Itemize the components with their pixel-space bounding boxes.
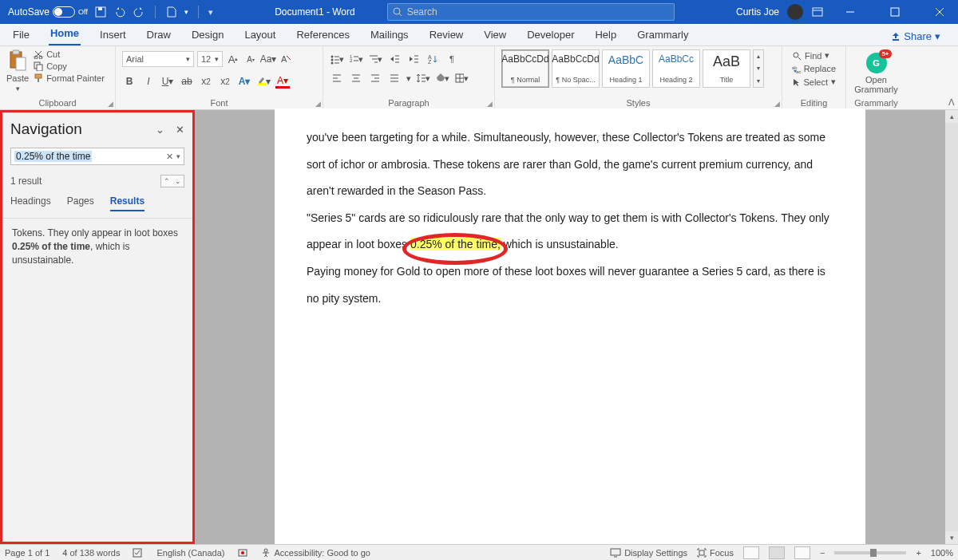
- grow-font-button[interactable]: A▴: [226, 52, 240, 66]
- superscript-button[interactable]: x2: [218, 74, 232, 89]
- style-title[interactable]: AaBTitle: [703, 49, 750, 88]
- status-macros[interactable]: [237, 548, 248, 558]
- zoom-in-button[interactable]: +: [916, 548, 920, 558]
- multilevel-button[interactable]: ▾: [368, 52, 382, 66]
- avatar[interactable]: [787, 4, 803, 20]
- tab-layout[interactable]: Layout: [243, 24, 277, 45]
- style-normal[interactable]: AaBbCcDd¶ Normal: [501, 49, 549, 88]
- bold-button[interactable]: B: [122, 74, 137, 89]
- styles-launcher[interactable]: ◢: [774, 100, 780, 108]
- nav-search-clear[interactable]: ✕: [166, 152, 173, 162]
- nav-result-item[interactable]: Tokens. They only appear in loot boxes 0…: [2, 219, 192, 274]
- nav-tab-pages[interactable]: Pages: [67, 195, 94, 211]
- style-heading1[interactable]: AaBbCHeading 1: [602, 49, 650, 88]
- tab-draw[interactable]: Draw: [145, 24, 172, 45]
- tab-review[interactable]: Review: [428, 24, 465, 45]
- subscript-button[interactable]: x2: [199, 74, 213, 89]
- nav-tab-results[interactable]: Results: [110, 195, 144, 211]
- style-nospacing[interactable]: AaBbCcDd¶ No Spac...: [552, 49, 600, 88]
- tab-file[interactable]: File: [11, 24, 31, 45]
- view-read-button[interactable]: [743, 546, 759, 559]
- status-page[interactable]: Page 1 of 1: [5, 548, 49, 558]
- text-effects-button[interactable]: A▾: [237, 74, 251, 89]
- save-icon[interactable]: [94, 6, 107, 18]
- style-heading2[interactable]: AaBbCcHeading 2: [652, 49, 700, 88]
- vertical-scrollbar[interactable]: ▴ ▾: [945, 110, 958, 544]
- focus-button[interactable]: Focus: [697, 548, 734, 558]
- status-language[interactable]: English (Canada): [156, 548, 224, 558]
- bullets-button[interactable]: ▾: [330, 52, 344, 66]
- ribbon-mode-icon[interactable]: [811, 6, 824, 18]
- line-spacing-button[interactable]: ▾: [416, 71, 430, 85]
- scroll-up-button[interactable]: ▴: [945, 110, 958, 123]
- outdent-button[interactable]: [387, 52, 402, 66]
- nav-options-button[interactable]: ⌄: [156, 124, 164, 136]
- sort-button[interactable]: AZ: [426, 52, 440, 66]
- nav-prev-button[interactable]: ⌃: [161, 175, 172, 187]
- paragraph-launcher[interactable]: ◢: [487, 100, 493, 108]
- minimize-button[interactable]: [832, 0, 869, 24]
- nav-close-button[interactable]: ✕: [176, 124, 184, 136]
- shrink-font-button[interactable]: A▾: [243, 52, 258, 66]
- font-color-button[interactable]: A▾: [275, 74, 290, 89]
- qat-customize[interactable]: ▾: [208, 7, 213, 18]
- nav-tab-headings[interactable]: Headings: [10, 195, 51, 211]
- align-right-button[interactable]: [368, 71, 382, 85]
- shading-button[interactable]: ▾: [435, 71, 449, 85]
- tab-mailings[interactable]: Mailings: [369, 24, 410, 45]
- display-settings-button[interactable]: Display Settings: [610, 548, 687, 558]
- font-launcher[interactable]: ◢: [315, 100, 321, 108]
- status-spellcheck[interactable]: [133, 548, 144, 558]
- search-input[interactable]: Search: [387, 3, 675, 21]
- italic-button[interactable]: I: [141, 74, 156, 89]
- justify-button[interactable]: [387, 71, 402, 85]
- styles-more-button[interactable]: ▴▾▾: [753, 49, 764, 88]
- copy-button[interactable]: Copy: [34, 61, 105, 71]
- tab-design[interactable]: Design: [190, 24, 225, 45]
- open-grammarly-button[interactable]: G5+ Open Grammarly: [853, 49, 900, 97]
- align-center-button[interactable]: [349, 71, 363, 85]
- tab-references[interactable]: References: [295, 24, 350, 45]
- status-accessibility[interactable]: Accessibility: Good to go: [261, 548, 370, 558]
- underline-button[interactable]: U▾: [160, 74, 175, 89]
- clear-format-button[interactable]: A: [279, 52, 293, 66]
- redo-icon[interactable]: [133, 6, 145, 18]
- indent-button[interactable]: [406, 52, 421, 66]
- document-area[interactable]: you've been targeting for a while. Simul…: [195, 110, 945, 544]
- close-button[interactable]: [921, 0, 958, 24]
- nav-next-button[interactable]: ⌄: [172, 175, 184, 187]
- paste-button[interactable]: Paste ▾: [6, 49, 29, 93]
- zoom-out-button[interactable]: −: [820, 548, 825, 558]
- change-case-button[interactable]: Aa▾: [261, 52, 275, 66]
- pilcrow-button[interactable]: ¶: [445, 52, 459, 66]
- zoom-slider[interactable]: [834, 551, 906, 554]
- tab-grammarly[interactable]: Grammarly: [635, 24, 690, 45]
- tab-view[interactable]: View: [482, 24, 508, 45]
- tab-developer[interactable]: Developer: [525, 24, 576, 45]
- clipboard-launcher[interactable]: ◢: [108, 100, 113, 108]
- font-name-combo[interactable]: Arial▾: [122, 51, 194, 67]
- format-painter-button[interactable]: Format Painter: [34, 73, 105, 83]
- share-button[interactable]: Share ▾: [885, 27, 947, 45]
- zoom-level[interactable]: 100%: [931, 548, 953, 558]
- status-words[interactable]: 4 of 138 words: [62, 548, 120, 558]
- collapse-ribbon-button[interactable]: ᐱ: [948, 97, 955, 108]
- replace-button[interactable]: abacReplace: [789, 63, 839, 74]
- borders-button[interactable]: ▾: [454, 71, 469, 85]
- undo-icon[interactable]: [113, 6, 126, 18]
- highlight-button[interactable]: ▾: [256, 74, 271, 89]
- strike-button[interactable]: ab: [180, 74, 194, 89]
- font-size-combo[interactable]: 12▾: [197, 51, 223, 67]
- document-page[interactable]: you've been targeting for a while. Simul…: [275, 108, 865, 544]
- view-web-button[interactable]: [794, 546, 810, 559]
- maximize-button[interactable]: [877, 0, 913, 24]
- tab-help[interactable]: Help: [593, 24, 618, 45]
- select-button[interactable]: Select ▾: [789, 76, 839, 88]
- tab-home[interactable]: Home: [49, 22, 81, 45]
- nav-search-dropdown[interactable]: ▾: [176, 152, 180, 160]
- find-button[interactable]: Find ▾: [789, 49, 839, 61]
- cut-button[interactable]: Cut: [34, 49, 105, 59]
- numbering-button[interactable]: 12▾: [349, 52, 363, 66]
- autosave-toggle[interactable]: AutoSave Off: [8, 6, 88, 18]
- tab-insert[interactable]: Insert: [98, 24, 128, 45]
